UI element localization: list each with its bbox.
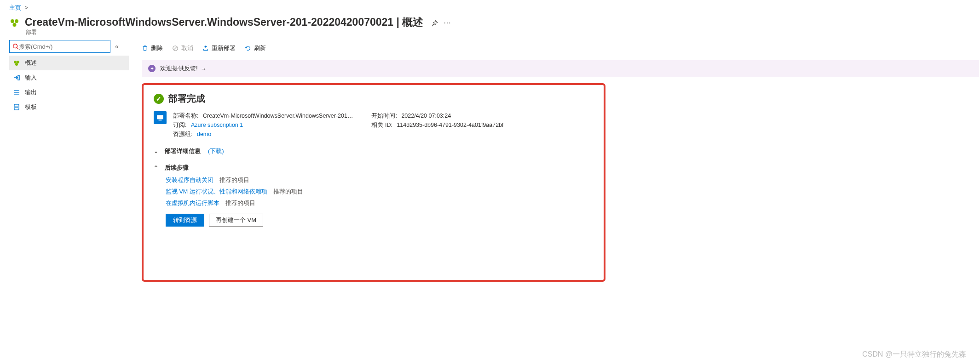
- next-steps-list: 安装程序自动关闭 推荐的项目 监视 VM 运行状况、性能和网络依赖项 推荐的项目…: [166, 176, 594, 207]
- search-icon: [12, 43, 19, 50]
- feedback-text: 欢迎提供反馈!: [160, 64, 198, 73]
- svg-point-5: [14, 61, 17, 63]
- deployment-icon: [9, 17, 20, 28]
- toolbar-cancel: 取消: [172, 44, 193, 52]
- toolbar-refresh[interactable]: 刷新: [245, 44, 266, 52]
- next-steps-toggle[interactable]: ⌃ 后续步骤: [154, 164, 594, 172]
- breadcrumb: 主页 >: [0, 0, 980, 14]
- next-step-link[interactable]: 安装程序自动关闭: [166, 177, 213, 183]
- svg-point-2: [13, 23, 17, 27]
- success-icon: ✓: [154, 94, 164, 104]
- deploy-name-value: CreateVm-MicrosoftWindowsServer.WindowsS…: [203, 113, 353, 119]
- svg-line-16: [174, 47, 177, 50]
- delete-icon: [142, 45, 148, 51]
- next-steps-label: 后续步骤: [165, 164, 189, 172]
- next-step-link[interactable]: 在虚拟机内运行脚本: [166, 200, 219, 206]
- sidebar-item-label: 模板: [25, 103, 37, 111]
- next-step-item: 在虚拟机内运行脚本 推荐的项目: [166, 199, 594, 207]
- svg-point-1: [15, 19, 18, 23]
- deployment-status-text: 部署完成: [168, 92, 205, 105]
- collapse-sidebar-icon[interactable]: «: [115, 43, 119, 50]
- deploy-rg-label: 资源组:: [173, 131, 192, 137]
- deploy-start-value: 2022/4/20 07:03:24: [401, 113, 451, 119]
- output-icon: [13, 89, 20, 96]
- deploy-details-download[interactable]: (下载): [208, 147, 224, 155]
- page-header: CreateVm-MicrosoftWindowsServer.WindowsS…: [0, 14, 980, 40]
- svg-rect-12: [14, 104, 19, 110]
- next-step-rec: 推荐的项目: [219, 177, 249, 183]
- toolbar-redeploy[interactable]: 重新部署: [202, 44, 236, 52]
- breadcrumb-home[interactable]: 主页: [9, 4, 21, 11]
- svg-point-6: [17, 61, 19, 63]
- next-step-rec: 推荐的项目: [273, 188, 303, 195]
- deploy-name-label: 部署名称:: [173, 113, 198, 119]
- create-another-vm-button[interactable]: 再创建一个 VM: [209, 214, 263, 227]
- toolbar-refresh-label: 刷新: [254, 44, 266, 52]
- sidebar-item-output[interactable]: 输出: [9, 85, 129, 100]
- page-title: CreateVm-MicrosoftWindowsServer.WindowsS…: [25, 16, 423, 28]
- next-step-item: 监视 VM 运行状况、性能和网络依赖项 推荐的项目: [166, 188, 594, 196]
- more-icon[interactable]: ⋯: [444, 18, 452, 27]
- next-step-rec: 推荐的项目: [225, 200, 255, 206]
- sidebar-item-input[interactable]: 输入: [9, 70, 129, 85]
- cancel-icon: [172, 45, 179, 51]
- toolbar-cancel-label: 取消: [181, 44, 193, 52]
- svg-rect-8: [18, 75, 19, 80]
- toolbar-delete[interactable]: 删除: [142, 44, 163, 52]
- deploy-sub-link[interactable]: Azure subscription 1: [191, 122, 243, 128]
- deployment-info-left: 部署名称: CreateVm-MicrosoftWindowsServer.Wi…: [173, 111, 353, 139]
- toolbar: 删除 取消 重新部署 刷新: [142, 40, 980, 57]
- svg-line-4: [17, 48, 19, 50]
- search-input[interactable]: [19, 43, 107, 50]
- deployment-status: ✓ 部署完成: [154, 92, 594, 105]
- deploy-corr-label: 相关 ID:: [371, 122, 392, 128]
- sidebar-item-label: 输入: [25, 74, 37, 82]
- redeploy-icon: [202, 45, 209, 51]
- sidebar-item-label: 输出: [25, 88, 37, 97]
- overview-icon: [13, 59, 20, 67]
- search-box[interactable]: [9, 40, 110, 53]
- deploy-details-toggle[interactable]: ⌄ 部署详细信息 (下载): [154, 147, 594, 155]
- chevron-up-icon: ⌃: [154, 165, 160, 171]
- input-icon: [13, 74, 20, 81]
- deployment-info-right: 开始时间: 2022/4/20 07:03:24 相关 ID: 114d2935…: [371, 111, 503, 139]
- deployment-panel: ✓ 部署完成 部署名称: CreateVm-MicrosoftWindowsSe…: [142, 83, 605, 282]
- next-step-item: 安装程序自动关闭 推荐的项目: [166, 176, 594, 184]
- svg-rect-17: [157, 115, 163, 119]
- sidebar-item-label: 概述: [25, 59, 37, 67]
- deploy-corr-value: 114d2935-db96-4791-9302-4a01f9aa72bf: [397, 122, 503, 128]
- next-step-link[interactable]: 监视 VM 运行状况、性能和网络依赖项: [166, 188, 267, 195]
- toolbar-redeploy-label: 重新部署: [212, 44, 236, 52]
- go-to-resource-button[interactable]: 转到资源: [166, 214, 204, 227]
- vm-icon: [154, 111, 167, 124]
- svg-point-3: [13, 44, 17, 48]
- chevron-down-icon: ⌄: [154, 148, 160, 154]
- watermark: CSDN @一只特立独行的兔先森: [862, 350, 966, 359]
- sidebar-item-template[interactable]: 模板: [9, 100, 129, 114]
- deploy-start-label: 开始时间:: [371, 113, 397, 119]
- svg-point-7: [15, 63, 18, 66]
- deploy-details-label: 部署详细信息: [165, 147, 201, 155]
- refresh-icon: [245, 45, 251, 51]
- svg-rect-18: [159, 120, 162, 121]
- feedback-icon: ✦: [148, 65, 156, 72]
- main-content: 删除 取消 重新部署 刷新 ✦: [129, 40, 980, 282]
- template-icon: [13, 103, 20, 111]
- toolbar-delete-label: 删除: [151, 44, 163, 52]
- feedback-bar[interactable]: ✦ 欢迎提供反馈! →: [142, 60, 979, 77]
- page-subtitle: 部署: [26, 28, 423, 36]
- svg-point-0: [11, 19, 14, 23]
- sidebar-item-overview[interactable]: 概述: [9, 56, 129, 70]
- deploy-sub-label: 订阅:: [173, 122, 186, 128]
- pin-icon[interactable]: [431, 19, 438, 27]
- sidebar: « 概述 输入 输出 模板: [9, 40, 129, 114]
- deploy-rg-link[interactable]: demo: [197, 131, 211, 137]
- feedback-arrow-icon: →: [201, 65, 207, 72]
- breadcrumb-sep: >: [25, 4, 29, 11]
